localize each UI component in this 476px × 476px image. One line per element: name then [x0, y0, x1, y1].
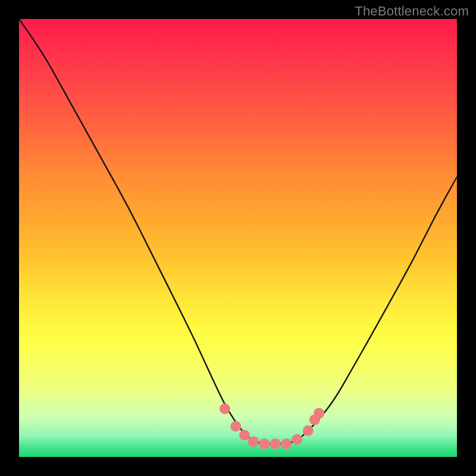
- watermark-text: TheBottleneck.com: [355, 4, 469, 19]
- curve-markers: [220, 403, 324, 449]
- curve-marker: [303, 425, 314, 436]
- bottleneck-curve: [19, 19, 457, 444]
- plot-area: [19, 19, 457, 457]
- curve-marker: [230, 421, 241, 432]
- bottleneck-curve-svg: [19, 19, 457, 457]
- curve-marker: [259, 439, 270, 449]
- curve-marker: [270, 439, 281, 449]
- curve-marker: [248, 436, 259, 447]
- curve-marker: [239, 430, 250, 440]
- curve-marker: [281, 439, 292, 449]
- chart-frame: TheBottleneck.com: [0, 0, 476, 476]
- curve-marker: [314, 408, 324, 418]
- curve-marker: [220, 403, 230, 414]
- curve-marker: [292, 434, 302, 445]
